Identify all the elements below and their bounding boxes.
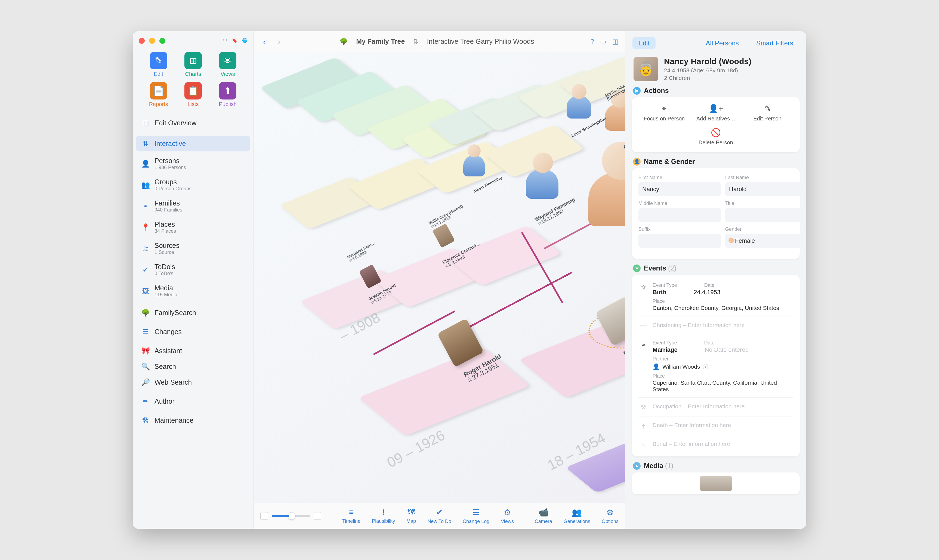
upload-icon: ⬆: [219, 82, 236, 100]
person-louis[interactable]: Louis Brunningston: [570, 116, 607, 138]
maximize-window[interactable]: [159, 38, 165, 44]
avatar[interactable]: 👵: [634, 57, 658, 81]
bottom-newtodo[interactable]: ✔︎New To Do: [427, 508, 451, 525]
nav-persons[interactable]: 👤Persons1.986 Persons: [136, 153, 250, 174]
nav-families[interactable]: ⚭Families940 Families: [136, 195, 250, 217]
last-name-field[interactable]: [725, 182, 806, 196]
label-middle: Middle Name: [638, 201, 721, 206]
bottom-map[interactable]: 🗺Map: [406, 508, 416, 525]
bottom-timeline[interactable]: ≡Timeline: [342, 508, 361, 525]
log-icon: ☰: [472, 508, 480, 517]
bottom-views[interactable]: ⚙︎Views: [501, 508, 514, 525]
tab-edit[interactable]: Edit: [632, 37, 655, 49]
pencil2-icon: ✎: [764, 104, 771, 113]
bottom-options[interactable]: ⚙Options: [602, 508, 618, 525]
tile-charts[interactable]: ⊞Charts: [178, 52, 208, 77]
event-death[interactable]: ✝Death – Enter Information here: [638, 417, 793, 435]
tree-icon: ⇅: [142, 140, 150, 148]
tile-reports[interactable]: 📄Reports: [143, 82, 173, 108]
lines-icon: ☰: [142, 328, 150, 336]
traffic-lights: 🏷︎ 🔖 🌐: [133, 31, 253, 44]
bottom-generations[interactable]: 👥Generations: [564, 508, 590, 525]
bottom-changelog[interactable]: ☰Change Log: [463, 508, 489, 525]
globe-icon[interactable]: 🌐: [242, 38, 248, 44]
charts-icon: ⊞: [184, 52, 202, 69]
chevron-updown-icon: ⇕: [805, 237, 806, 243]
tomb-icon: ⌂: [638, 440, 648, 449]
generations-icon: 👥: [572, 508, 582, 517]
event-marriage[interactable]: ⚭ Event TypeDate MarriageNo Date entered…: [638, 335, 793, 398]
nav-maintenance[interactable]: 🛠Maintenance: [136, 412, 250, 428]
nav-groups[interactable]: 👥Groups0 Person Groups: [136, 174, 250, 195]
nav-todos[interactable]: ✔︎ToDo's0 ToDo's: [136, 259, 250, 280]
nav-websearch[interactable]: 🔎Web Search: [136, 374, 250, 390]
ghost-year-2: 09 – 1926: [384, 427, 447, 471]
gender-select[interactable]: [725, 234, 806, 248]
events-count: (2): [668, 264, 677, 272]
event-birth[interactable]: ☆ Event TypeDate Birth24.4.1953 Place Ca…: [638, 278, 793, 317]
bottom-plausibility[interactable]: !Plausibility: [372, 508, 395, 525]
sidebar: 🏷︎ 🔖 🌐 ✎Edit ⊞Charts 👁Views 📄Reports 📋Li…: [133, 31, 254, 529]
first-name-field[interactable]: [638, 182, 721, 196]
report-icon: 📄: [150, 82, 167, 100]
rings-icon: ⚭: [142, 202, 150, 210]
media-badge-icon: ▲: [633, 462, 641, 470]
action-add[interactable]: 👤+Add Relatives…: [690, 104, 742, 122]
tab-all-persons[interactable]: All Persons: [700, 37, 745, 49]
tag-icon[interactable]: 🏷︎: [222, 38, 227, 44]
zoom-slider[interactable]: [272, 515, 310, 517]
sliders-icon: ⚙︎: [504, 508, 511, 517]
action-delete[interactable]: 🚫Delete Person: [690, 128, 742, 146]
title-field[interactable]: [725, 208, 806, 222]
tile-publish[interactable]: ⬆Publish: [213, 82, 243, 108]
tile-edit[interactable]: ✎Edit: [143, 52, 173, 77]
bookmark-icon[interactable]: 🔖: [232, 38, 237, 44]
media-icon: 🖼: [142, 287, 150, 295]
action-focus[interactable]: ⌖Focus on Person: [638, 104, 690, 122]
partner-name[interactable]: William Woods: [662, 363, 700, 370]
zoom-out-button[interactable]: [260, 512, 268, 520]
nav-assistant[interactable]: 🎀Assistant: [136, 343, 250, 358]
tile-lists[interactable]: 📋Lists: [178, 82, 208, 108]
nav-edit-overview[interactable]: ▦Edit Overview: [136, 115, 250, 131]
nav-interactive[interactable]: ⇅Interactive: [136, 135, 250, 151]
event-burial[interactable]: ⌂Burial – Enter information here: [638, 435, 793, 454]
tab-smart-filters[interactable]: Smart Filters: [750, 37, 799, 49]
zoom-in-button[interactable]: [314, 512, 321, 520]
nav-familysearch[interactable]: 🌳FamilySearch: [136, 305, 250, 320]
media-count: (1): [665, 462, 674, 469]
action-edit[interactable]: ✎Edit Person: [742, 104, 793, 122]
close-window[interactable]: [139, 38, 145, 44]
person-willie[interactable]: Willie Grey (Harold): [428, 204, 464, 225]
minimize-window[interactable]: [149, 38, 155, 44]
nav-author[interactable]: ✒︎Author: [136, 393, 250, 409]
suffix-field[interactable]: [638, 234, 721, 248]
nav-places[interactable]: 📍Places34 Places: [136, 217, 250, 238]
person-children: 2 Children: [664, 75, 751, 81]
bottom-camera[interactable]: 📹Camera: [535, 508, 552, 525]
media-thumbnail[interactable]: [700, 476, 732, 491]
nav-media[interactable]: 🖼Media115 Media: [136, 280, 250, 302]
rings2-icon: ⚭: [638, 340, 648, 392]
nav-changes[interactable]: ☰Changes: [136, 324, 250, 340]
forward-button[interactable]: ›: [275, 36, 283, 47]
person-wayland[interactable]: Wayland Flemming: [534, 197, 576, 222]
tree-canvas[interactable]: Clarissa Flemming…☆18.12.1911 Wayland Fl…: [254, 52, 625, 503]
nav-search[interactable]: 🔍Search: [136, 358, 250, 374]
info-icon[interactable]: ⓘ: [703, 363, 708, 371]
help-icon[interactable]: ?: [591, 38, 594, 45]
display-icon[interactable]: ▭: [600, 38, 606, 45]
star-icon: ☆: [638, 282, 648, 311]
tile-views[interactable]: 👁Views: [213, 52, 243, 77]
middle-name-field[interactable]: [638, 208, 721, 222]
back-button[interactable]: ‹: [260, 36, 268, 47]
event-christening[interactable]: 〰 Christening – Enter Information here: [638, 317, 793, 335]
person-plus-icon: 👤+: [708, 104, 723, 113]
name-panel: First Name Last Name Middle Name Title S…: [632, 168, 800, 259]
event-occupation[interactable]: ⚒Occupation – Enter Information here: [638, 398, 793, 417]
tree-badge-icon: 🌳: [339, 37, 348, 45]
sidebar-toggle-icon[interactable]: ◫: [612, 38, 618, 45]
breadcrumb-sep-icon: ⇅: [413, 37, 419, 45]
eye-icon: 👁: [219, 52, 236, 69]
nav-sources[interactable]: 🗂Sources1 Source: [136, 238, 250, 259]
